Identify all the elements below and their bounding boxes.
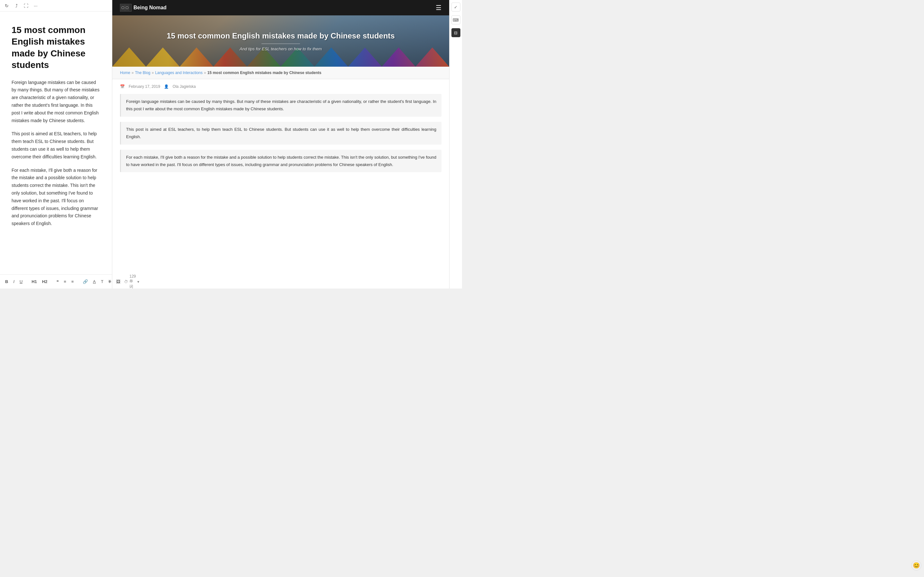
heading2-button[interactable]: H2 xyxy=(41,279,49,285)
article-author: Ola Jagielska xyxy=(173,84,196,89)
underline-button[interactable]: U xyxy=(18,279,24,285)
list-ul-button[interactable]: ≡ xyxy=(63,279,68,285)
italic-button[interactable]: I xyxy=(12,279,16,285)
logo-text: Being Nomad xyxy=(134,5,166,11)
article-para-1: Foreign language mistakes can be caused … xyxy=(120,94,441,117)
paragraph-3: For each mistake, I'll give both a reaso… xyxy=(11,167,100,227)
paragraph-1: Foreign language mistakes can be caused … xyxy=(11,79,100,125)
link-button[interactable]: 🔗 xyxy=(81,279,89,285)
breadcrumb: Home » The Blog » Languages and Interact… xyxy=(120,71,441,75)
paragraph-2: This post is aimed at ESL teachers, to h… xyxy=(11,130,100,161)
breadcrumb-sep-1: » xyxy=(132,71,134,75)
formatting-toolbar: B I U H1 H2 ❝ ≡ ≡ 🔗 A T T̶ 🖼 ⏱ 129 单词 ▾ xyxy=(0,274,112,288)
hamburger-menu[interactable]: ☰ xyxy=(436,4,441,11)
hero-subtitle: And tips for ESL teachers on how to fix … xyxy=(167,47,395,51)
image-button[interactable]: 🖼 xyxy=(115,279,121,285)
code-button[interactable]: T xyxy=(100,279,105,285)
breadcrumb-sep-2: » xyxy=(152,71,154,75)
calendar-icon: 📅 xyxy=(120,84,125,89)
clock-icon: ⏱ xyxy=(124,279,128,284)
quote-button[interactable]: ❝ xyxy=(55,279,60,285)
underline2-button[interactable]: A xyxy=(92,279,97,285)
dropdown-icon[interactable]: ▾ xyxy=(137,279,139,284)
article-para-2: This post is aimed at ESL teachers, to h… xyxy=(120,122,441,145)
breadcrumb-blog[interactable]: The Blog xyxy=(135,71,150,75)
hero-section: 15 most common English mistakes made by … xyxy=(112,15,449,67)
article-date: February 17, 2019 xyxy=(129,84,160,89)
refresh-icon[interactable]: ↻ xyxy=(4,3,10,9)
article-para-3: For each mistake, I'll give both a reaso… xyxy=(120,150,441,172)
breadcrumb-category[interactable]: Languages and Interactions xyxy=(155,71,202,75)
list-ol-button[interactable]: ≡ xyxy=(70,279,75,285)
editor-panel: ↻ ⤴ ⛶ ··· 15 most common English mistake… xyxy=(0,0,112,288)
expand-icon[interactable]: ⛶ xyxy=(23,3,29,9)
editor-toolbar: ↻ ⤴ ⛶ ··· xyxy=(0,0,112,11)
bold-button[interactable]: B xyxy=(4,279,9,285)
site-logo: Being Nomad xyxy=(120,4,166,11)
breadcrumb-sep-3: » xyxy=(204,71,206,75)
share-icon[interactable]: ⤴ xyxy=(13,3,19,9)
editor-body[interactable]: 15 most common English mistakes made by … xyxy=(0,11,112,274)
word-count-label: 129 单词 xyxy=(129,274,136,289)
site-header: Being Nomad ☰ xyxy=(112,0,449,15)
strikethrough-button[interactable]: T̶ xyxy=(107,279,112,285)
author-icon: 👤 xyxy=(164,84,169,89)
logo-icon xyxy=(120,4,132,11)
code-sidebar-icon[interactable]: ⌨ xyxy=(451,15,460,24)
hero-divider xyxy=(262,44,300,44)
check-sidebar-icon[interactable]: ✓ xyxy=(451,3,460,11)
more-icon[interactable]: ··· xyxy=(33,3,39,9)
breadcrumb-home[interactable]: Home xyxy=(120,71,130,75)
hero-text: 15 most common English mistakes made by … xyxy=(154,31,408,51)
browser-preview-panel: Being Nomad ☰ 15 most common English mis… xyxy=(112,0,449,288)
breadcrumb-current: 15 most common English mistakes made by … xyxy=(207,71,321,75)
website-content: Being Nomad ☰ 15 most common English mis… xyxy=(112,0,449,288)
word-count-area: ⏱ 129 单词 ▾ xyxy=(124,274,139,289)
stack-sidebar-icon[interactable]: ⊟ xyxy=(451,28,460,37)
article-meta: 📅 February 17, 2019 👤 Ola Jagielska xyxy=(112,79,449,91)
article-body: Foreign language mistakes can be caused … xyxy=(112,91,449,185)
heading1-button[interactable]: H1 xyxy=(30,279,38,285)
right-sidebar: ✓ ⌨ ⊟ xyxy=(449,0,462,288)
hero-title: 15 most common English mistakes made by … xyxy=(167,31,395,41)
article-title: 15 most common English mistakes made by … xyxy=(11,24,100,71)
breadcrumb-container: Home » The Blog » Languages and Interact… xyxy=(112,67,449,79)
